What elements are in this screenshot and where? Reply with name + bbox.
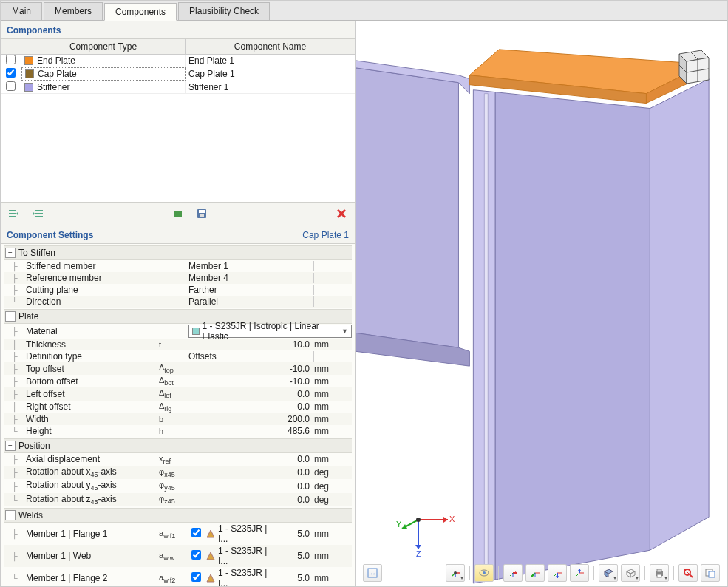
prop-unit: deg bbox=[314, 467, 341, 478]
prop-label: Definition type bbox=[26, 351, 159, 362]
wireframe-button[interactable]: ▾ bbox=[621, 564, 640, 582]
weld-checkbox[interactable] bbox=[191, 550, 201, 560]
svg-marker-58 bbox=[627, 571, 630, 577]
weld-material[interactable]: 1 - S235JR | I... bbox=[218, 523, 277, 544]
3d-viewport[interactable]: X Y Z ↔ ▾ ▾ ▾ bbox=[356, 21, 727, 586]
prop-unit: deg bbox=[314, 495, 341, 505]
table-row[interactable]: Cap Plate Cap Plate 1 bbox=[1, 67, 355, 81]
table-row[interactable]: End Plate End Plate 1 bbox=[1, 55, 355, 67]
material-select[interactable]: 1 - S235JR | Isotropic | Linear Elastic … bbox=[188, 325, 352, 338]
view-x-button[interactable] bbox=[503, 564, 523, 582]
prop-value[interactable]: 0.0 bbox=[188, 401, 314, 412]
prop-label: Member 1 | Flange 1 bbox=[26, 529, 159, 539]
col-name-header[interactable]: Component Name bbox=[186, 39, 355, 54]
weld-material[interactable]: 1 - S235JR | I... bbox=[218, 546, 277, 566]
group-to-stiffen[interactable]: −To Stiffen bbox=[4, 245, 352, 260]
row-checkbox[interactable] bbox=[6, 55, 16, 64]
prop-value[interactable]: 0.0 bbox=[188, 495, 314, 505]
prop-label: Right offset bbox=[26, 401, 159, 412]
prop-value[interactable]: 0.0 bbox=[188, 481, 314, 492]
show-dimensions-button[interactable]: ↔ bbox=[363, 564, 382, 582]
prop-label: Reference member bbox=[26, 273, 159, 283]
prop-label: Left offset bbox=[26, 389, 159, 399]
prop-label: Height bbox=[26, 426, 159, 436]
view-iso-button[interactable] bbox=[570, 564, 589, 582]
indent-left-button[interactable] bbox=[5, 206, 23, 222]
color-swatch bbox=[25, 69, 34, 78]
tab-plausibility[interactable]: Plausibility Check bbox=[178, 2, 270, 20]
prop-value[interactable]: 0.0 bbox=[188, 389, 314, 399]
reset-view-button[interactable] bbox=[678, 564, 698, 582]
prop-value[interactable]: Farther bbox=[188, 285, 314, 295]
prop-value[interactable]: Member 1 bbox=[188, 261, 314, 271]
prop-value[interactable]: Offsets bbox=[188, 351, 314, 362]
row-checkbox[interactable] bbox=[6, 68, 16, 78]
color-swatch bbox=[24, 56, 33, 65]
svg-marker-13 bbox=[484, 94, 488, 582]
new-window-button[interactable] bbox=[701, 564, 720, 582]
prop-unit: mm bbox=[314, 529, 341, 539]
prop-symbol: aw,f1 bbox=[159, 529, 188, 540]
table-row[interactable]: Stiffener Stiffener 1 bbox=[1, 81, 355, 94]
col-type-header[interactable]: Component Type bbox=[21, 39, 186, 54]
collapse-icon[interactable]: − bbox=[5, 311, 16, 322]
print-button[interactable]: ▾ bbox=[650, 564, 669, 582]
group-position[interactable]: −Position bbox=[4, 438, 352, 453]
prop-symbol: φx45 bbox=[159, 467, 188, 478]
prop-value[interactable]: Parallel bbox=[188, 296, 314, 307]
prop-unit: deg bbox=[314, 481, 341, 492]
prop-label: Thickness bbox=[26, 339, 159, 350]
save-button[interactable] bbox=[193, 206, 211, 222]
weld-material[interactable]: 1 - S235JR | I... bbox=[218, 568, 277, 586]
row-checkbox[interactable] bbox=[6, 81, 16, 91]
weld-checkbox[interactable] bbox=[191, 572, 201, 582]
svg-rect-62 bbox=[657, 574, 661, 577]
prop-value[interactable]: 485.6 bbox=[188, 426, 314, 436]
group-welds[interactable]: −Welds bbox=[4, 508, 352, 523]
prop-value[interactable]: 0.0 bbox=[188, 454, 314, 464]
prop-value[interactable]: 5.0 bbox=[277, 573, 314, 583]
settings-tree: −To Stiffen ├Stiffened memberMember 1 ├R… bbox=[1, 244, 355, 586]
prop-label: Rotation about z45-axis bbox=[26, 494, 159, 506]
display-mode-button[interactable]: ▾ bbox=[599, 564, 618, 582]
tab-components[interactable]: Components bbox=[104, 3, 177, 21]
collapse-icon[interactable]: − bbox=[5, 510, 16, 520]
prop-unit: mm bbox=[314, 376, 341, 387]
prop-value[interactable]: 5.0 bbox=[277, 551, 314, 561]
view-y-button[interactable] bbox=[525, 564, 545, 582]
collapse-icon[interactable]: − bbox=[5, 441, 16, 451]
prop-label: Stiffened member bbox=[26, 261, 159, 271]
prop-unit: mm bbox=[314, 389, 341, 399]
show-all-button[interactable] bbox=[474, 564, 494, 582]
prop-unit: mm bbox=[314, 454, 341, 464]
prop-unit: mm bbox=[314, 414, 341, 424]
prop-unit: mm bbox=[314, 551, 341, 561]
nav-cube[interactable] bbox=[668, 43, 712, 87]
prop-value[interactable]: -10.0 bbox=[188, 376, 314, 387]
svg-marker-50 bbox=[556, 576, 559, 578]
prop-value[interactable]: 0.0 bbox=[188, 467, 314, 478]
orbit-button[interactable]: ▾ bbox=[446, 564, 465, 582]
svg-text:Y: Y bbox=[396, 520, 402, 529]
prop-value[interactable]: 10.0 bbox=[188, 339, 314, 350]
svg-rect-3 bbox=[200, 214, 204, 217]
prop-unit: mm bbox=[314, 339, 341, 350]
collapse-icon[interactable]: − bbox=[5, 248, 16, 258]
prop-symbol: aw,f2 bbox=[159, 573, 188, 584]
prop-value[interactable]: 200.0 bbox=[188, 414, 314, 424]
material-swatch-icon bbox=[192, 328, 200, 335]
indent-right-button[interactable] bbox=[29, 206, 47, 222]
svg-line-40 bbox=[510, 573, 513, 576]
prop-value[interactable]: -10.0 bbox=[188, 364, 314, 374]
svg-text:↔: ↔ bbox=[370, 570, 376, 577]
view-z-button[interactable] bbox=[548, 564, 567, 582]
axis-gizmo[interactable]: X Y Z bbox=[396, 498, 455, 557]
prop-value[interactable]: 5.0 bbox=[277, 529, 314, 539]
weld-checkbox[interactable] bbox=[191, 528, 201, 537]
library-button[interactable] bbox=[169, 206, 187, 222]
weld-icon bbox=[203, 574, 218, 583]
prop-value[interactable]: Member 4 bbox=[188, 273, 314, 283]
tab-main[interactable]: Main bbox=[1, 2, 42, 20]
delete-button[interactable] bbox=[333, 206, 350, 222]
tab-members[interactable]: Members bbox=[44, 2, 103, 20]
